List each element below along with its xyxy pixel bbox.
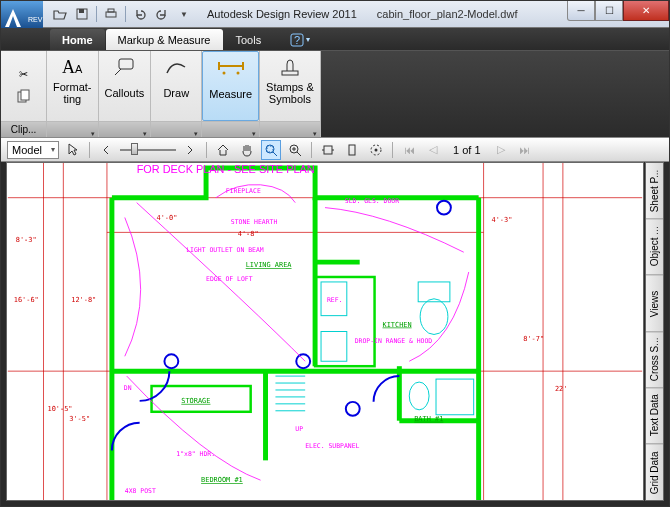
view-toolbar: Model ⏮ ◁ 1 of 1 ▷ ⏭ — [1, 138, 669, 162]
first-page-icon[interactable]: ⏮ — [399, 140, 419, 160]
print-icon[interactable] — [100, 4, 122, 24]
svg-text:12'-8": 12'-8" — [71, 296, 96, 304]
fit-width-icon[interactable] — [318, 140, 338, 160]
svg-text:8'-7": 8'-7" — [523, 335, 544, 343]
svg-rect-44 — [321, 332, 347, 362]
last-page-icon[interactable]: ⏭ — [515, 140, 535, 160]
svg-rect-22 — [324, 146, 332, 154]
svg-text:3'-5": 3'-5" — [69, 415, 90, 423]
pan-icon[interactable] — [237, 140, 257, 160]
fit-page-icon[interactable] — [342, 140, 362, 160]
prev-page-icon[interactable]: ◁ — [423, 140, 443, 160]
draw-icon — [165, 55, 187, 79]
next-page-icon[interactable]: ▷ — [491, 140, 511, 160]
orbit-icon[interactable] — [366, 140, 386, 160]
stamps-button[interactable]: Stamps & Symbols — [260, 51, 320, 121]
cut-icon[interactable]: ✂ — [19, 68, 28, 81]
svg-point-47 — [420, 299, 448, 335]
svg-point-57 — [296, 354, 310, 368]
svg-point-56 — [437, 201, 451, 215]
svg-text:DROP-IN
RANGE &
HOOD: DROP-IN RANGE & HOOD — [355, 337, 433, 345]
svg-point-12 — [222, 72, 225, 75]
undo-icon[interactable] — [129, 4, 151, 24]
svg-text:DN: DN — [124, 384, 132, 392]
side-tab-grid[interactable]: Grid Data — [646, 445, 663, 500]
help-icon[interactable]: ? ▾ — [286, 29, 314, 50]
maximize-button[interactable]: ☐ — [595, 1, 623, 21]
side-tab-text[interactable]: Text Data — [646, 388, 663, 444]
svg-line-21 — [297, 152, 301, 156]
formatting-button[interactable]: AA Format- ting — [47, 51, 98, 121]
svg-text:8'-3": 8'-3" — [16, 236, 37, 244]
svg-text:SLD. GLS. DOOR: SLD. GLS. DOOR — [345, 197, 399, 205]
title-bar: REV ▼ Autodesk Design Review 2011 cabin_… — [1, 1, 669, 28]
svg-text:4X8 POST: 4X8 POST — [125, 487, 156, 495]
qat-dropdown-icon[interactable]: ▼ — [173, 4, 195, 24]
svg-text:FIREPLACE: FIREPLACE — [226, 187, 261, 195]
ribbon: ✂ Clip... AA Format- ting ▾ Callouts ▾ D… — [1, 51, 669, 138]
tab-markup-measure[interactable]: Markup & Measure — [106, 29, 223, 50]
svg-point-25 — [375, 148, 378, 151]
svg-text:4'-3": 4'-3" — [492, 216, 513, 224]
close-button[interactable]: ✕ — [623, 1, 669, 21]
svg-text:BEDROOM #1: BEDROOM #1 — [201, 476, 243, 484]
stamp-icon — [278, 55, 302, 79]
view-dropdown[interactable]: Model — [7, 141, 59, 159]
callouts-icon — [113, 55, 135, 79]
home-icon[interactable] — [213, 140, 233, 160]
svg-rect-8 — [119, 59, 133, 69]
copy-icon[interactable] — [17, 89, 31, 105]
svg-rect-23 — [349, 145, 355, 155]
page-indicator: 1 of 1 — [453, 144, 481, 156]
svg-text:REF.: REF. — [327, 296, 343, 304]
redo-icon[interactable] — [151, 4, 173, 24]
svg-text:1"x8" HDR.: 1"x8" HDR. — [176, 450, 215, 458]
svg-text:BATH #1: BATH #1 — [414, 415, 443, 423]
callouts-button[interactable]: Callouts — [99, 51, 151, 121]
svg-text:16'-6": 16'-6" — [14, 296, 39, 304]
svg-rect-14 — [282, 71, 298, 75]
side-tab-sheet[interactable]: Sheet P... — [646, 163, 663, 219]
tab-home[interactable]: Home — [50, 29, 105, 50]
side-tab-object[interactable]: Object ... — [646, 219, 663, 275]
ribbon-group-clip-title: Clip... — [1, 121, 46, 137]
minimize-button[interactable]: ─ — [567, 1, 595, 21]
app-title: Autodesk Design Review 2011 — [207, 8, 357, 20]
draw-button[interactable]: Draw — [151, 51, 201, 121]
drawing-canvas[interactable]: LIVING AREA KITCHEN BATH #1 BEDROOM #1 S… — [6, 162, 644, 501]
svg-rect-45 — [436, 379, 474, 415]
ribbon-group-measure: Measure ▾ — [202, 51, 260, 137]
side-tab-views[interactable]: Views — [646, 276, 663, 332]
save-icon[interactable] — [71, 4, 93, 24]
ribbon-group-draw: Draw ▾ — [151, 51, 202, 137]
svg-text:ELEC.
SUBPANEL: ELEC. SUBPANEL — [305, 442, 359, 450]
svg-text:4'-0": 4'-0" — [157, 214, 178, 222]
svg-text:10'-5": 10'-5" — [47, 405, 72, 413]
svg-text:FOR DECK
PLAN - SEE
SITE PLAN: FOR DECK PLAN - SEE SITE PLAN — [137, 163, 315, 175]
zoom-in-step-icon[interactable] — [180, 140, 200, 160]
app-menu-button[interactable] — [1, 1, 43, 28]
zoom-out-step-icon[interactable] — [96, 140, 116, 160]
quick-access-toolbar: ▼ — [49, 1, 195, 27]
svg-rect-3 — [108, 9, 114, 12]
side-tab-cross[interactable]: Cross S... — [646, 332, 663, 388]
svg-text:LIVING AREA: LIVING AREA — [246, 261, 293, 269]
ribbon-group-stamps: Stamps & Symbols ▾ — [260, 51, 321, 137]
svg-text:22': 22' — [555, 385, 568, 393]
cursor-icon[interactable] — [63, 140, 83, 160]
open-icon[interactable] — [49, 4, 71, 24]
svg-line-17 — [273, 152, 277, 156]
svg-text:?: ? — [294, 34, 300, 46]
svg-text:STONE HEARTH: STONE HEARTH — [231, 218, 278, 226]
svg-point-46 — [409, 382, 429, 410]
svg-rect-7 — [21, 90, 29, 100]
zoom-window-icon[interactable] — [261, 140, 281, 160]
svg-rect-2 — [106, 12, 116, 17]
zoom-icon[interactable] — [285, 140, 305, 160]
svg-text:4'-8": 4'-8" — [238, 230, 259, 238]
zoom-slider[interactable] — [120, 147, 176, 153]
measure-button[interactable]: Measure — [202, 51, 259, 121]
tab-tools[interactable]: Tools — [224, 29, 274, 50]
svg-point-55 — [164, 354, 178, 368]
ribbon-group-clipboard: ✂ Clip... — [1, 51, 47, 137]
